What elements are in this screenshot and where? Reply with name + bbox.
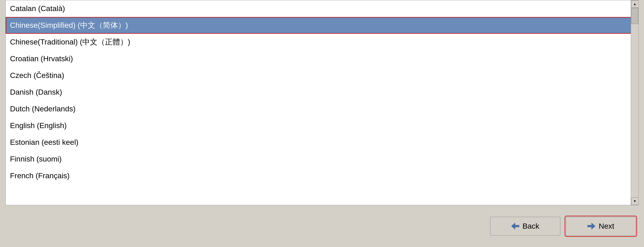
list-item-finnish[interactable]: Finnish (suomi)	[6, 151, 638, 167]
list-item-english[interactable]: English (English)	[6, 117, 638, 134]
language-list-scroll[interactable]: Catalan (Català)Chinese(Simplified) (中文（…	[6, 0, 638, 205]
scrollbar-up-button[interactable]: ▲	[631, 0, 638, 8]
scrollbar[interactable]: ▲ ▼	[631, 0, 638, 205]
list-item-chinese-simplified[interactable]: Chinese(Simplified) (中文（简体）)	[6, 17, 638, 34]
list-item-estonian[interactable]: Estonian (eesti keel)	[6, 134, 638, 151]
language-list-container: Catalan (Català)Chinese(Simplified) (中文（…	[5, 0, 639, 205]
next-button[interactable]: Next	[566, 217, 636, 236]
back-button[interactable]: Back	[490, 217, 560, 236]
list-item-french[interactable]: French (Français)	[6, 167, 638, 184]
scrollbar-thumb[interactable]	[631, 8, 638, 24]
footer: Back Next	[0, 205, 644, 247]
scrollbar-down-button[interactable]: ▼	[631, 197, 638, 205]
list-item-danish[interactable]: Danish (Dansk)	[6, 84, 638, 101]
list-item-czech[interactable]: Czech (Čeština)	[6, 67, 638, 84]
list-item-catalan[interactable]: Catalan (Català)	[6, 0, 638, 17]
list-item-chinese-traditional[interactable]: Chinese(Traditional) (中文（正體）)	[6, 34, 638, 50]
next-button-label: Next	[599, 222, 614, 231]
next-arrow-icon	[587, 223, 595, 230]
back-arrow-icon	[511, 223, 519, 230]
list-item-croatian[interactable]: Croatian (Hrvatski)	[6, 50, 638, 67]
back-button-label: Back	[523, 222, 539, 231]
list-item-dutch[interactable]: Dutch (Nederlands)	[6, 101, 638, 117]
